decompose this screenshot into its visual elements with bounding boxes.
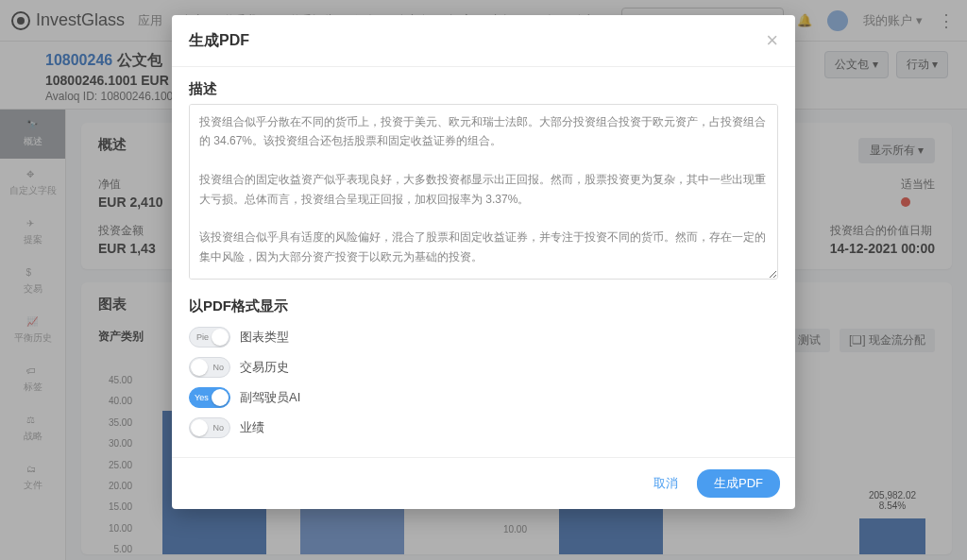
modal-close-button[interactable]: × (766, 28, 778, 53)
modal-title: 生成PDF (189, 31, 249, 51)
modal-backdrop[interactable]: 生成PDF × 描述 以PDF格式显示 Pie 图表类型 No 交易历史 Yes… (0, 0, 967, 560)
generate-pdf-modal: 生成PDF × 描述 以PDF格式显示 Pie 图表类型 No 交易历史 Yes… (172, 15, 795, 509)
toggle-label: 交易历史 (240, 359, 289, 376)
description-textarea[interactable] (189, 104, 778, 280)
generate-pdf-button[interactable]: 生成PDF (697, 469, 780, 498)
description-heading: 描述 (189, 80, 778, 98)
toggle-label: 业绩 (240, 419, 264, 436)
toggle-chart-type[interactable]: Pie (189, 327, 230, 348)
cancel-button[interactable]: 取消 (644, 469, 687, 498)
toggle-performance[interactable]: No (189, 417, 230, 438)
toggle-label: 副驾驶员AI (240, 389, 300, 406)
toggle-label: 图表类型 (240, 329, 289, 346)
pdf-options-heading: 以PDF格式显示 (189, 297, 778, 315)
toggle-trade-history[interactable]: No (189, 357, 230, 378)
toggle-copilot-ai[interactable]: Yes (189, 387, 230, 408)
